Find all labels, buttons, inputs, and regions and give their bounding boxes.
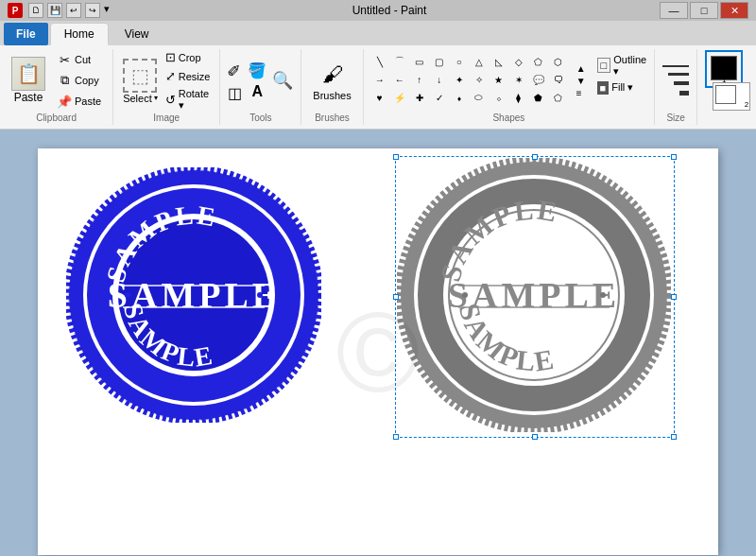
shape-arrow-up[interactable]: ↑ (411, 72, 428, 87)
outline-label: Outline ▾ (613, 54, 646, 78)
magnify-button[interactable]: 🔍 (272, 70, 293, 91)
ribbon-tabs: File Home View (0, 21, 756, 45)
cut-label: Cut (75, 54, 91, 65)
rotate-icon: ↺ (165, 93, 176, 107)
resize-icon: ⤢ (165, 69, 176, 83)
canvas-area[interactable]: SAMPLE SAMPLE SAMPLE (0, 130, 756, 556)
crop-label: Crop (179, 52, 201, 63)
shape-pentagon[interactable]: ⬠ (530, 54, 547, 69)
select-label: Select (123, 93, 152, 104)
size-selector[interactable] (662, 65, 689, 96)
select-button[interactable]: ⬚ Select ▾ (121, 57, 160, 106)
minimize-button[interactable]: — (660, 2, 688, 19)
shapes-scroll-arrows: ▲ ▼ ≡ (576, 63, 586, 98)
outline-button[interactable]: □ Outline ▾ (597, 54, 647, 78)
shape-4arrow[interactable]: ✦ (451, 72, 468, 87)
shape-lightning[interactable]: ⚡ (391, 90, 408, 105)
shape-more4[interactable]: ⬠ (550, 90, 567, 105)
crop-button[interactable]: ⊡ Crop (163, 49, 213, 65)
shape-check[interactable]: ✓ (431, 90, 448, 105)
stamp-blue-svg: SAMPLE SAMPLE SAMPLE (66, 167, 321, 423)
select-dropdown-arrow: ▾ (154, 94, 158, 102)
handle-mr[interactable] (671, 294, 677, 300)
canvas[interactable]: SAMPLE SAMPLE SAMPLE (38, 148, 718, 555)
fill-button[interactable]: 🪣 (248, 61, 266, 79)
tab-home[interactable]: Home (50, 23, 109, 45)
tab-file[interactable]: File (4, 23, 48, 45)
save-icon[interactable]: 💾 (47, 3, 62, 18)
shapes-scroll-up[interactable]: ▲ (576, 63, 586, 74)
shape-arrow-down[interactable]: ↓ (431, 72, 448, 87)
gray-stamp-outer: SAMPLE SAMPLE SAMPLE (399, 160, 669, 430)
cut-icon: ✂ (57, 52, 72, 67)
shape-rect[interactable]: ▭ (411, 54, 428, 69)
size-line-4 (679, 91, 689, 96)
shape-star4[interactable]: ✧ (471, 72, 488, 87)
brushes-button[interactable]: 🖌 Brushes (309, 58, 354, 103)
colors-label: Colors (697, 113, 756, 123)
shape-arrow-right[interactable]: → (371, 72, 388, 87)
shape-more1[interactable]: ⬦ (490, 90, 507, 105)
shape-heart[interactable]: ♥ (371, 90, 388, 105)
text-button[interactable]: A (252, 83, 264, 100)
new-icon[interactable]: 🗋 (28, 3, 43, 18)
maximize-button[interactable]: □ (690, 2, 718, 19)
shape-line[interactable]: ╲ (371, 54, 388, 69)
size-line-3 (674, 81, 689, 85)
tools-col3: 🔍 (272, 70, 293, 91)
color2-label: 2 (745, 100, 748, 109)
window-title: Untitled - Paint (119, 4, 660, 17)
shape-cylinder[interactable]: ⬭ (471, 90, 488, 105)
shapes-label: Shapes (364, 113, 654, 123)
ribbon: File Home View 📋 Paste ✂ Cut ⧉ Copy (0, 21, 756, 130)
size-line-1 (662, 65, 689, 67)
pencil-button[interactable]: ✏ (223, 57, 248, 81)
color2-preview (715, 85, 736, 104)
shape-more3[interactable]: ⬟ (530, 90, 547, 105)
shape-footprint[interactable]: ⬧ (451, 90, 468, 105)
handle-bm[interactable] (532, 434, 538, 440)
shape-roundrect[interactable]: ▢ (431, 54, 448, 69)
copy-button[interactable]: ⧉ Copy (53, 71, 105, 90)
tab-view[interactable]: View (111, 23, 163, 45)
outline-fill-buttons: □ Outline ▾ ■ Fill ▾ (597, 54, 647, 108)
shape-star5[interactable]: ★ (490, 72, 507, 87)
close-button[interactable]: ✕ (720, 2, 748, 19)
shape-more2[interactable]: ⧫ (510, 90, 527, 105)
handle-bl[interactable] (393, 434, 399, 440)
cut-button[interactable]: ✂ Cut (53, 50, 105, 69)
color-selectors: Color1 2 (705, 50, 750, 111)
shape-curve[interactable]: ⌒ (391, 54, 408, 69)
shapes-scroll-more[interactable]: ≡ (576, 88, 586, 98)
resize-label: Resize (179, 71, 211, 82)
paste-special-icon: 📌 (57, 94, 72, 109)
shapes-scroll-down[interactable]: ▼ (576, 76, 586, 86)
rotate-button[interactable]: ↺ Rotate ▾ (163, 87, 213, 113)
shape-star6[interactable]: ✶ (510, 72, 527, 87)
shape-hexagon[interactable]: ⬡ (550, 54, 567, 69)
brushes-icon: 🖌 (318, 60, 348, 90)
size-label: Size (655, 113, 696, 123)
shape-callout-oval[interactable]: 🗨 (550, 72, 567, 87)
shape-triangle[interactable]: △ (471, 54, 488, 69)
shape-right-triangle[interactable]: ◺ (490, 54, 507, 69)
paste-special-button[interactable]: 📌 Paste (53, 92, 105, 111)
eraser-button[interactable]: ◫ (228, 84, 242, 102)
handle-tr[interactable] (671, 154, 677, 160)
redo-icon[interactable]: ↪ (85, 3, 100, 18)
quick-access-dropdown[interactable]: ▾ (104, 3, 110, 18)
undo-icon[interactable]: ↩ (66, 3, 81, 18)
shape-cross[interactable]: ✚ (411, 90, 428, 105)
handle-br[interactable] (671, 434, 677, 440)
fill-button[interactable]: ■ Fill ▾ (597, 81, 647, 95)
paste-button[interactable]: 📋 Paste (8, 53, 49, 108)
resize-button[interactable]: ⤢ Resize (163, 68, 213, 84)
color2-selector[interactable]: 2 (713, 82, 750, 111)
shape-ellipse[interactable]: ○ (451, 54, 468, 69)
fill-label: Fill ▾ (611, 81, 633, 94)
tools-col1: ✏ ◫ (228, 60, 242, 102)
size-line-2 (668, 73, 689, 76)
shape-callout-rect[interactable]: 💬 (530, 72, 547, 87)
shape-diamond[interactable]: ◇ (510, 54, 527, 69)
shape-arrow-left[interactable]: ← (391, 72, 408, 87)
